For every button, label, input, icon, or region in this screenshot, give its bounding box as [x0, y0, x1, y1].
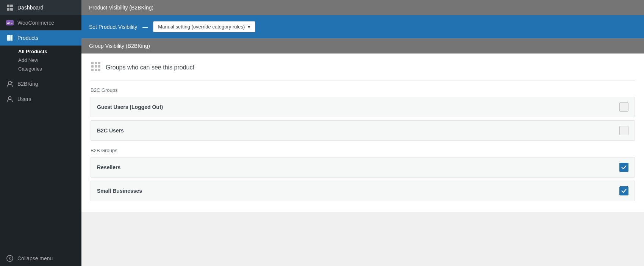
svg-rect-11	[95, 62, 97, 64]
sidebar-item-dashboard[interactable]: Dashboard	[0, 0, 81, 15]
svg-text:Woo: Woo	[7, 22, 13, 25]
sidebar-item-users[interactable]: Users	[0, 91, 81, 107]
sidebar-item-woocommerce[interactable]: Woo WooCommerce	[0, 15, 81, 30]
products-label: Products	[17, 35, 38, 41]
set-product-visibility-label: Set Product Visibility	[89, 24, 137, 30]
groups-title-row: Groups who can see this product	[91, 61, 635, 80]
group-row-b2c-users: B2C Users	[91, 120, 635, 141]
sidebar-sub-categories[interactable]: Categories	[0, 65, 81, 73]
products-icon	[6, 34, 14, 42]
groups-title: Groups who can see this product	[106, 64, 194, 71]
svg-point-9	[7, 255, 13, 261]
b2c-users-label: B2C Users	[97, 127, 124, 134]
visibility-dropdown[interactable]: Manual setting (override category rules)…	[153, 21, 255, 32]
small-businesses-checkbox[interactable]	[619, 186, 628, 195]
svg-point-7	[11, 82, 13, 83]
resellers-checkbox[interactable]	[619, 163, 628, 172]
users-icon	[6, 95, 14, 103]
woocommerce-label: WooCommerce	[17, 20, 54, 26]
svg-rect-16	[91, 69, 94, 71]
content-area: Groups who can see this product B2C Grou…	[81, 54, 644, 212]
collapse-label: Collapse menu	[17, 255, 53, 261]
svg-rect-17	[95, 69, 97, 71]
sidebar-item-b2bking[interactable]: B2BKing	[0, 76, 81, 91]
sidebar: Dashboard Woo WooCommerce Products All P…	[0, 0, 81, 266]
b2c-groups-label: B2C Groups	[91, 87, 635, 93]
svg-rect-1	[10, 5, 13, 7]
svg-point-8	[9, 97, 11, 99]
product-visibility-header: Product Visibility (B2BKing)	[81, 0, 644, 15]
woocommerce-icon: Woo	[6, 19, 14, 27]
svg-rect-18	[98, 69, 100, 71]
dashboard-label: Dashboard	[17, 5, 44, 11]
guest-users-label: Guest Users (Logged Out)	[97, 104, 163, 110]
svg-rect-10	[91, 62, 94, 64]
svg-rect-15	[98, 65, 100, 68]
resellers-label: Resellers	[97, 164, 120, 170]
group-row-small-businesses: Small Businesses	[91, 181, 635, 201]
sidebar-item-products[interactable]: Products	[0, 30, 81, 46]
svg-rect-3	[10, 8, 13, 11]
svg-rect-12	[98, 62, 100, 64]
group-visibility-header: Group Visibility (B2BKing)	[81, 38, 644, 54]
svg-rect-13	[91, 65, 94, 68]
svg-point-6	[8, 81, 11, 84]
chevron-down-icon: ▾	[248, 24, 250, 30]
dashboard-icon	[6, 4, 14, 11]
svg-rect-2	[7, 8, 9, 11]
group-row-guest-users: Guest Users (Logged Out)	[91, 97, 635, 117]
small-businesses-label: Small Businesses	[97, 188, 142, 194]
visibility-bar: Set Product Visibility — Manual setting …	[81, 15, 644, 38]
main-content: Product Visibility (B2BKing) Set Product…	[81, 0, 644, 266]
b2bking-label: B2BKing	[17, 81, 38, 87]
sidebar-sub-add-new[interactable]: Add New	[0, 56, 81, 65]
svg-rect-14	[95, 65, 97, 68]
grid-icon	[91, 61, 101, 74]
guest-users-checkbox[interactable]	[619, 102, 628, 112]
sidebar-item-collapse[interactable]: Collapse menu	[0, 251, 81, 266]
users-label: Users	[17, 96, 31, 102]
visibility-dropdown-value: Manual setting (override category rules)	[158, 24, 245, 30]
b2b-groups-label: B2B Groups	[91, 148, 635, 153]
sidebar-sub-all-products[interactable]: All Products	[0, 47, 81, 56]
svg-rect-0	[7, 5, 9, 7]
group-row-resellers: Resellers	[91, 157, 635, 178]
collapse-icon	[6, 255, 14, 262]
b2c-users-checkbox[interactable]	[619, 126, 628, 135]
b2bking-icon	[6, 80, 14, 88]
visibility-separator: —	[142, 24, 148, 30]
